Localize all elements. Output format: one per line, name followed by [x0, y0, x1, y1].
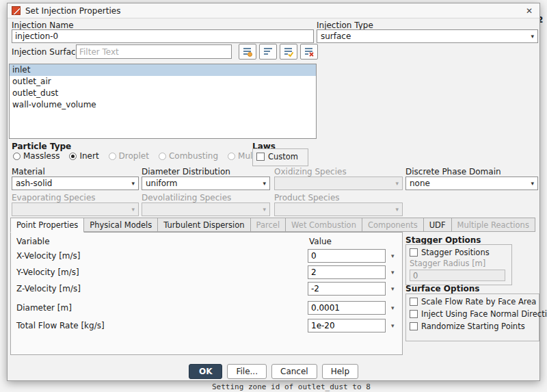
- help-button[interactable]: Help: [322, 364, 358, 379]
- list-item[interactable]: outlet_dust: [10, 88, 316, 99]
- oxidizing-species-dropdown: ▾: [274, 177, 403, 190]
- stagger-options-groupbox: Stagger Positions Stagger Radius [m]: [405, 244, 512, 285]
- ok-button[interactable]: OK: [189, 364, 223, 379]
- set-injection-properties-dialog: Set Injection Properties ✕ Injection Nam…: [7, 3, 540, 381]
- y-velocity-input[interactable]: [308, 265, 386, 279]
- diameter-distribution-label: Diameter Distribution: [142, 167, 230, 177]
- chevron-down-icon[interactable]: ▾: [391, 269, 395, 276]
- surface-filter-input[interactable]: [76, 44, 232, 59]
- laws-groupbox: Custom: [252, 148, 308, 166]
- table-row: Z-Velocity [m/s] ▾: [11, 282, 402, 297]
- injection-name-input[interactable]: [12, 29, 314, 43]
- chevron-down-icon: ▾: [395, 206, 399, 213]
- checkbox-icon: [410, 322, 418, 330]
- inject-face-normal-checkbox[interactable]: Inject Using Face Normal Direction: [410, 309, 535, 319]
- deselect-all-button[interactable]: [300, 44, 318, 60]
- list-circle-icon: [242, 47, 253, 57]
- table-row: X-Velocity [m/s] ▾: [11, 249, 402, 264]
- surface-options-groupbox: Scale Flow Rate by Face Area Inject Usin…: [405, 293, 539, 341]
- product-species-label: Product Species: [274, 193, 340, 202]
- z-velocity-input[interactable]: [308, 282, 386, 296]
- tab-turbulent-dispersion[interactable]: Turbulent Dispersion: [158, 218, 250, 232]
- injection-type-dropdown[interactable]: surface ▾: [317, 29, 538, 43]
- stagger-positions-checkbox[interactable]: Stagger Positions: [410, 248, 508, 257]
- radio-combusting: Combusting: [159, 151, 218, 161]
- particle-type-label: Particle Type: [12, 142, 71, 151]
- chevron-down-icon: ▾: [263, 180, 266, 187]
- diameter-input[interactable]: [308, 301, 386, 315]
- point-properties-panel: Variable Value X-Velocity [m/s] ▾ Y-Velo…: [10, 232, 403, 355]
- injection-name-label: Injection Name: [12, 21, 74, 30]
- tab-multiple-reactions: Multiple Reactions: [452, 218, 535, 232]
- chevron-down-icon: ▾: [531, 180, 534, 187]
- radio-icon: [159, 153, 166, 160]
- checkbox-icon: [410, 248, 418, 257]
- tab-udf[interactable]: UDF: [424, 218, 452, 232]
- list-check-icon: [283, 47, 294, 57]
- app-icon: [12, 6, 21, 15]
- checkbox-icon: [256, 153, 265, 161]
- randomize-starting-points-checkbox[interactable]: Randomize Starting Points: [410, 322, 535, 331]
- injection-surfaces-label: Injection Surfaces: [12, 47, 85, 57]
- total-flow-rate-input[interactable]: [308, 319, 386, 332]
- stagger-radius-label: Stagger Radius [m]: [410, 259, 508, 268]
- scale-flow-rate-checkbox[interactable]: Scale Flow Rate by Face Area: [410, 297, 535, 306]
- custom-laws-checkbox[interactable]: Custom: [256, 152, 304, 161]
- close-icon[interactable]: ✕: [523, 6, 535, 16]
- stagger-options-title: Stagger Options: [405, 235, 481, 245]
- material-label: Material: [12, 167, 45, 177]
- chevron-down-icon[interactable]: ▾: [391, 252, 395, 259]
- list-item[interactable]: inlet: [10, 64, 316, 76]
- table-row: Y-Velocity [m/s] ▾: [11, 265, 402, 280]
- file-button[interactable]: File...: [227, 364, 267, 379]
- injection-type-label: Injection Type: [317, 21, 373, 30]
- select-filtered-button[interactable]: [239, 44, 256, 60]
- surface-options-title: Surface Options: [405, 284, 479, 293]
- radio-selected-icon: [69, 153, 77, 160]
- cancel-button[interactable]: Cancel: [271, 364, 317, 379]
- chevron-down-icon: ▾: [131, 206, 135, 213]
- radio-droplet: Droplet: [109, 151, 149, 161]
- chevron-down-icon[interactable]: ▾: [391, 322, 395, 329]
- diameter-distribution-dropdown[interactable]: uniform ▾: [142, 177, 270, 190]
- tab-parcel: Parcel: [251, 218, 286, 232]
- list-lines-icon: [263, 47, 274, 57]
- table-row: Total Flow Rate [kg/s] ▾: [11, 319, 402, 334]
- properties-tab-bar: Point Properties Physical Models Turbule…: [10, 218, 538, 232]
- x-velocity-input[interactable]: [308, 249, 386, 263]
- chevron-down-icon: ▾: [531, 33, 534, 40]
- discrete-phase-domain-dropdown[interactable]: none ▾: [405, 177, 538, 190]
- checkbox-icon: [410, 310, 418, 318]
- injection-surfaces-list: inlet outlet_air outlet_dust wall-volume…: [9, 64, 317, 139]
- devolatilizing-species-label: Devolatilizing Species: [142, 193, 231, 202]
- tab-components: Components: [362, 218, 424, 232]
- stagger-radius-input: [410, 270, 505, 281]
- product-species-dropdown: ▾: [274, 202, 403, 216]
- screen: 2 Setting zone id of outlet_dust to 8 Se…: [0, 0, 547, 392]
- select-all-button[interactable]: [280, 44, 297, 60]
- list-item[interactable]: wall-volume_volume: [10, 99, 316, 111]
- devolatilizing-species-dropdown: ▾: [142, 202, 270, 216]
- radio-icon: [13, 153, 21, 160]
- tab-point-properties[interactable]: Point Properties: [10, 218, 84, 233]
- chevron-down-icon: ▾: [263, 206, 266, 213]
- chevron-down-icon[interactable]: ▾: [391, 304, 395, 311]
- evaporating-species-label: Evaporating Species: [12, 193, 96, 202]
- radio-icon: [109, 153, 116, 160]
- title-bar: Set Injection Properties ✕: [8, 3, 539, 18]
- list-item[interactable]: outlet_air: [10, 76, 316, 88]
- show-list-button[interactable]: [259, 44, 277, 60]
- tab-physical-models[interactable]: Physical Models: [84, 218, 158, 232]
- material-dropdown[interactable]: ash-solid ▾: [12, 177, 139, 190]
- tab-wet-combustion: Wet Combustion: [286, 218, 362, 232]
- console-output-line: Setting zone id of outlet_dust to 8: [212, 382, 371, 391]
- oxidizing-species-label: Oxidizing Species: [274, 167, 347, 177]
- radio-massless[interactable]: Massless: [13, 151, 59, 161]
- chevron-down-icon: ▾: [395, 180, 399, 187]
- list-x-icon: [304, 47, 315, 57]
- radio-icon: [228, 153, 235, 160]
- checkbox-icon: [410, 298, 418, 306]
- value-column-header: Value: [309, 237, 332, 246]
- chevron-down-icon[interactable]: ▾: [391, 285, 395, 292]
- radio-inert[interactable]: Inert: [69, 151, 98, 161]
